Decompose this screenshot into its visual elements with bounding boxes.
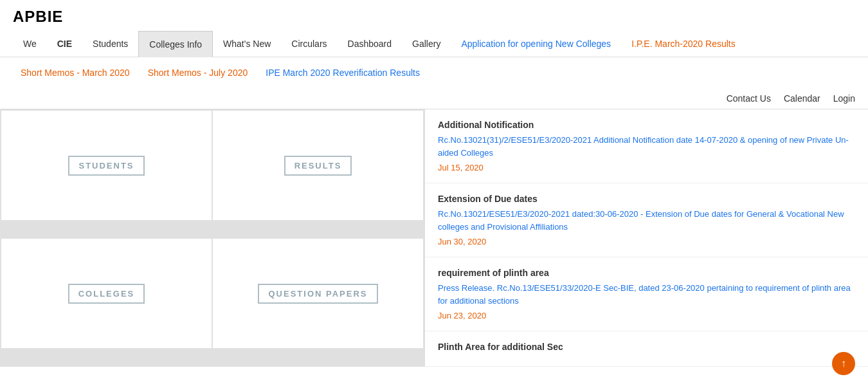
grid-card-students[interactable]: STUDENTS — [1, 111, 212, 220]
nav-item-colleges-info[interactable]: Colleges Info — [138, 31, 213, 57]
util-item-login[interactable]: Login — [833, 93, 855, 104]
news-title-extension-due-dates: Extension of Due dates — [438, 194, 855, 204]
sec-nav-item-short-memos-july[interactable]: Short Memos - July 2020 — [140, 62, 256, 83]
logo: APBIE — [13, 8, 855, 31]
news-desc-requirement-plinth-area[interactable]: Press Release. Rc.No.13/ESE51/33/2020-E … — [438, 282, 855, 307]
nav-item-gallery[interactable]: Gallery — [402, 31, 451, 57]
news-date-extension-due-dates: Jun 30, 2020 — [438, 237, 855, 246]
news-desc-additional-notification[interactable]: Rc.No.13021(31)/2/ESE51/E3/2020-2021 Add… — [438, 134, 855, 159]
header: APBIE WeCIEStudentsColleges InfoWhat's N… — [0, 0, 868, 57]
nav-item-ipe-results[interactable]: I.P.E. March-2020 Results — [621, 31, 746, 57]
primary-nav: WeCIEStudentsColleges InfoWhat's NewCirc… — [13, 31, 855, 57]
nav-item-whats-new[interactable]: What's New — [213, 31, 281, 57]
utility-nav: Contact UsCalendarLogin — [0, 88, 868, 109]
news-desc-extension-due-dates[interactable]: Rc.No.13021/ESE51/E3/2020-2021 dated:30-… — [438, 208, 855, 233]
nav-item-application-new-colleges[interactable]: Application for opening New Colleges — [451, 31, 621, 57]
news-title-plinth-area-additional: Plinth Area for additional Sec — [438, 342, 855, 352]
nav-item-dashboard[interactable]: Dashboard — [338, 31, 402, 57]
util-item-contact-us[interactable]: Contact Us — [727, 93, 771, 104]
util-item-calendar[interactable]: Calendar — [784, 93, 820, 104]
sec-nav-item-short-memos-march[interactable]: Short Memos - March 2020 — [13, 62, 138, 83]
grid-card-label-results: RESULTS — [284, 156, 352, 176]
news-item-additional-notification: Additional NotificationRc.No.13021(31)/2… — [425, 109, 868, 183]
nav-item-cie[interactable]: CIE — [47, 31, 82, 57]
news-item-requirement-plinth-area: requirement of plinth areaPress Release.… — [425, 257, 868, 331]
news-date-requirement-plinth-area: Jun 23, 2020 — [438, 311, 855, 320]
grid-section: STUDENTSRESULTSCOLLEGESQUESTION PAPERS — [0, 109, 424, 367]
grid-card-label-colleges: COLLEGES — [68, 284, 145, 304]
nav-item-we[interactable]: We — [13, 31, 47, 57]
grid-card-label-question-papers: QUESTION PAPERS — [258, 284, 377, 304]
secondary-nav: Short Memos - March 2020Short Memos - Ju… — [0, 57, 868, 88]
grid-card-colleges[interactable]: COLLEGES — [1, 239, 212, 348]
nav-item-students[interactable]: Students — [82, 31, 138, 57]
main-content: STUDENTSRESULTSCOLLEGESQUESTION PAPERS A… — [0, 109, 868, 367]
news-date-additional-notification: Jul 15, 2020 — [438, 163, 855, 172]
news-section: Additional NotificationRc.No.13021(31)/2… — [424, 109, 868, 367]
nav-item-circulars[interactable]: Circulars — [281, 31, 337, 57]
grid-card-label-students: STUDENTS — [68, 156, 144, 176]
sec-nav-item-ipe-reverification[interactable]: IPE March 2020 Reverification Results — [258, 62, 428, 83]
news-title-additional-notification: Additional Notification — [438, 120, 855, 130]
news-item-plinth-area-additional: Plinth Area for additional Sec — [425, 331, 868, 367]
news-item-extension-due-dates: Extension of Due datesRc.No.13021/ESE51/… — [425, 183, 868, 257]
grid-card-results[interactable]: RESULTS — [213, 111, 423, 220]
grid-card-question-papers[interactable]: QUESTION PAPERS — [213, 239, 423, 348]
news-title-requirement-plinth-area: requirement of plinth area — [438, 268, 855, 278]
